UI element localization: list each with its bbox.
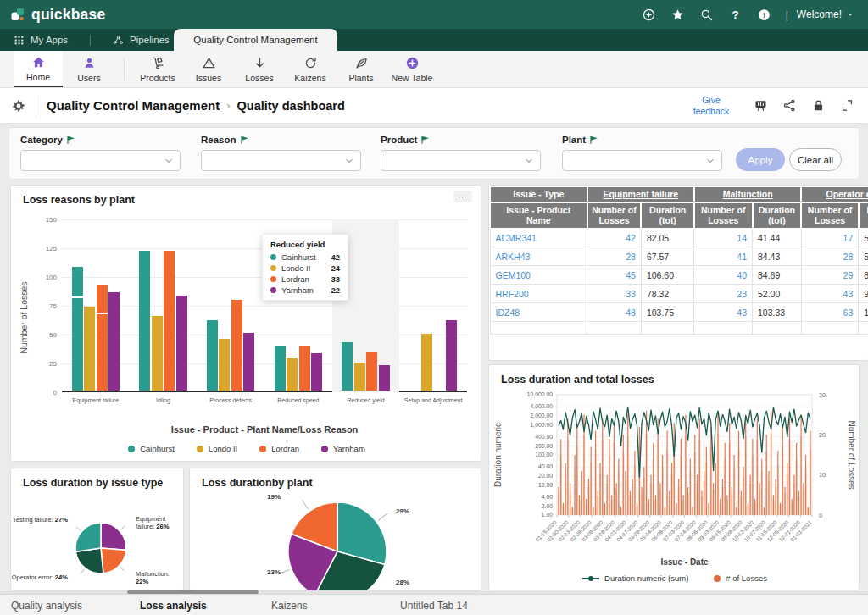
product-link[interactable]: ACMR341 — [490, 229, 587, 247]
x-category-label: Reduced speed — [264, 397, 332, 403]
svg-text:1,000.00: 1,000.00 — [531, 422, 554, 428]
toolbar-item-losses[interactable]: Losses — [235, 51, 284, 87]
bar-yarnham[interactable] — [108, 292, 120, 391]
toolbar-item-users[interactable]: Users — [64, 51, 114, 87]
bar-cainhurst[interactable] — [72, 267, 83, 391]
bar-londo-ii[interactable] — [219, 339, 230, 391]
add-icon[interactable] — [642, 8, 656, 22]
bar-segment-divider — [97, 313, 108, 314]
bar-londo-ii[interactable] — [354, 363, 365, 391]
legend-item--of-losses[interactable]: # of Losses — [714, 573, 767, 583]
bar-londo-ii[interactable] — [421, 334, 432, 391]
tooltip-dot — [270, 265, 276, 271]
product-link[interactable]: GEM100 — [490, 266, 587, 285]
bar-cainhurst[interactable] — [207, 320, 218, 391]
bar-yarnham[interactable] — [243, 333, 254, 391]
bar-lordran[interactable] — [299, 346, 310, 391]
presentation-icon[interactable] — [754, 98, 768, 113]
dashboard-tab-untitled-tab-14[interactable]: Untitled Tab 14 — [400, 595, 468, 615]
pie-label-text: Operator error: — [12, 573, 55, 581]
search-icon[interactable] — [699, 8, 714, 22]
duration-cell: 103.33 — [753, 303, 802, 322]
bar-cainhurst[interactable] — [275, 346, 286, 391]
toolbar-item-label: Issues — [196, 73, 221, 83]
filter-category-select[interactable] — [20, 150, 181, 171]
y-tick-label: 0 — [31, 389, 57, 396]
toolbar-item-plants[interactable]: Plants — [337, 51, 386, 87]
bar-londo-ii[interactable] — [152, 316, 163, 391]
product-link[interactable]: IDZ48 — [490, 303, 587, 322]
bar-londo-ii[interactable] — [84, 307, 95, 391]
dashboard-tab-kaizens[interactable]: Kaizens — [271, 595, 308, 615]
toolbar-item-new-table[interactable]: New Table — [387, 51, 437, 87]
pipelines-button[interactable]: Pipelines — [113, 35, 170, 46]
dashboard-tab-quality-analysis[interactable]: Quality analysis — [11, 595, 82, 615]
apply-button[interactable]: Apply — [736, 148, 785, 171]
pipelines-label: Pipelines — [130, 35, 170, 45]
group-header-operator-error[interactable]: Operator error — [801, 186, 868, 202]
notifications-icon[interactable]: ! — [757, 8, 771, 22]
tooltip-dot — [270, 287, 276, 293]
group-header-malfunction[interactable]: Malfunction — [694, 186, 801, 202]
x-category-label: Equipment failure — [62, 397, 130, 403]
legend-item-yarnham[interactable]: Yarnham — [321, 444, 365, 453]
dashboard-tab-loss-analysis[interactable]: Loss analysis — [140, 595, 207, 615]
legend-item-londo-ii[interactable]: Londo II — [197, 444, 237, 453]
pie-slice-label: Malfunction: 22% — [136, 570, 183, 586]
product-link[interactable]: ARKH43 — [490, 247, 587, 266]
toolbar-item-issues[interactable]: Issues — [184, 51, 233, 87]
fullscreen-icon[interactable] — [840, 98, 854, 113]
filter-reason-select[interactable] — [201, 150, 361, 171]
clear-all-button[interactable]: Clear all — [789, 148, 842, 171]
x-category-label: Process defects — [197, 397, 264, 403]
favorites-star-icon[interactable] — [670, 8, 685, 22]
my-apps-button[interactable]: My Apps — [14, 35, 68, 46]
legend-item-duration-numeric-sum-[interactable]: Duration numeric (sum) — [582, 573, 688, 583]
duration-cell: 84.43 — [753, 247, 802, 266]
filter-product-select[interactable] — [381, 150, 541, 171]
share-icon[interactable] — [782, 98, 797, 113]
bar-yarnham[interactable] — [311, 353, 322, 391]
product-link[interactable]: HRF200 — [490, 285, 587, 303]
svg-text:30: 30 — [819, 391, 826, 399]
app-tab-quality-control-management[interactable]: Quality Control Management — [174, 29, 337, 51]
bar-lordran[interactable] — [164, 251, 175, 391]
legend-label: Duration numeric (sum) — [604, 573, 688, 583]
bar-lordran[interactable] — [366, 352, 377, 391]
breadcrumb-app-title[interactable]: Quality Control Management — [47, 98, 220, 113]
give-feedback-link[interactable]: Give feedback — [683, 95, 739, 116]
toolbar-item-home[interactable]: Home — [14, 51, 63, 87]
quickbase-logo[interactable]: quickbase — [10, 6, 105, 24]
bar-lordran[interactable] — [97, 285, 108, 391]
filter-product: Product — [381, 135, 541, 171]
tooltip-dot — [270, 254, 276, 260]
filter-category: Category — [20, 135, 181, 171]
table-toolbar: HomeUsersProductsIssuesLossesKaizensPlan… — [0, 51, 868, 88]
group-header-equipment-failure[interactable]: Equipment failure — [587, 186, 694, 202]
bar-lordran[interactable] — [231, 300, 242, 391]
bar-cainhurst[interactable] — [139, 251, 150, 391]
settings-gear-icon[interactable] — [12, 99, 25, 113]
bar-yarnham[interactable] — [176, 296, 187, 391]
legend-item-cainhurst[interactable]: Cainhurst — [128, 444, 175, 453]
duration-cell: 59.30 — [859, 247, 868, 266]
page-title: Quality dashboard — [237, 99, 345, 113]
y-tick-label: 25 — [31, 360, 57, 368]
toolbar-item-kaizens[interactable]: Kaizens — [286, 51, 335, 87]
filter-plant-select[interactable] — [562, 150, 722, 171]
lock-icon[interactable] — [811, 98, 826, 113]
help-icon[interactable]: ? — [728, 8, 743, 22]
losses-cell: 42 — [587, 229, 642, 247]
bar-yarnham[interactable] — [379, 365, 390, 391]
toolbar-item-products[interactable]: Products — [133, 51, 182, 87]
chart-menu-icon[interactable]: ⋯ — [453, 191, 472, 202]
legend-item-lordran[interactable]: Lordran — [259, 444, 299, 453]
y-axis-label: Number of Losses — [19, 271, 29, 364]
bar-londo-ii[interactable] — [287, 358, 298, 391]
user-menu[interactable]: Welcome! — [797, 8, 854, 20]
bar-cainhurst[interactable] — [342, 342, 353, 391]
subcol-header: Number of Losses — [587, 202, 642, 229]
bar-yarnham[interactable] — [446, 320, 457, 391]
toolbar-item-label: Home — [26, 72, 50, 82]
filter-flag-icon — [590, 136, 598, 144]
